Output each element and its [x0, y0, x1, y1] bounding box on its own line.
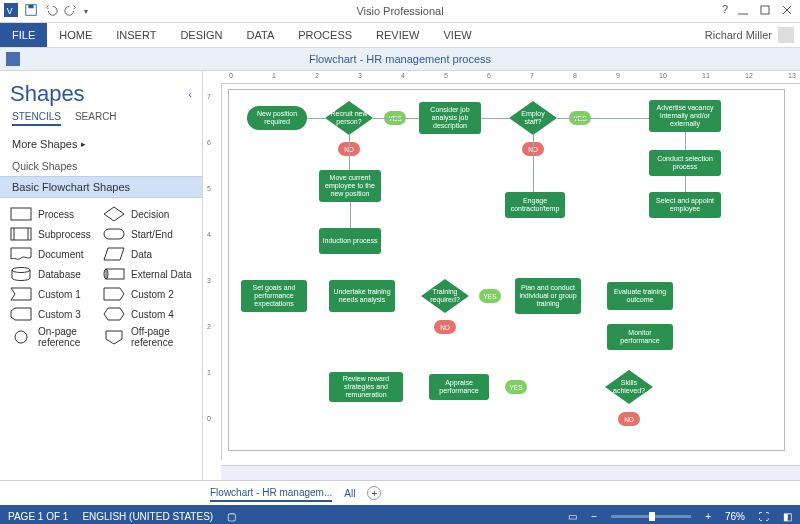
- shape-appraise[interactable]: Appraise performance: [429, 374, 489, 400]
- shape-consider[interactable]: Consider job analysis job description: [419, 102, 481, 134]
- shape-palette-item[interactable]: Custom 1: [10, 286, 99, 302]
- document-title: Flowchart - HR management process: [309, 53, 491, 65]
- status-bar: PAGE 1 OF 1 ENGLISH (UNITED STATES) ▢ ▭ …: [0, 505, 800, 524]
- shape-item-label: Custom 3: [38, 309, 81, 320]
- search-tab[interactable]: SEARCH: [75, 111, 117, 126]
- qat-dropdown-icon[interactable]: ▾: [84, 7, 88, 16]
- undo-icon[interactable]: [44, 3, 58, 19]
- shape-palette-item[interactable]: Off-page reference: [103, 326, 192, 348]
- shape-advertise[interactable]: Advertise vacancy internally and/or exte…: [649, 100, 721, 132]
- svg-marker-19: [104, 288, 124, 300]
- ribbon-tabs: FILE HOME INSERT DESIGN DATA PROCESS REV…: [0, 23, 800, 48]
- shape-plan-conduct[interactable]: Plan and conduct individual or group tra…: [515, 278, 581, 314]
- shape-move-current[interactable]: Move current employee to the new positio…: [319, 170, 381, 202]
- new-sheet-icon[interactable]: +: [367, 486, 381, 500]
- tab-view[interactable]: VIEW: [431, 23, 483, 47]
- svg-rect-13: [104, 229, 124, 239]
- shape-skills-decision[interactable]: Skills achieved?: [605, 370, 653, 404]
- ruler-horizontal: 012345678910111213: [221, 71, 800, 84]
- minimize-icon[interactable]: [736, 3, 750, 19]
- user-name[interactable]: Richard Miller: [705, 29, 772, 41]
- stencil-basic-flowchart[interactable]: Basic Flowchart Shapes: [0, 176, 202, 198]
- shape-palette-item[interactable]: External Data: [103, 266, 192, 282]
- help-icon[interactable]: ?: [722, 3, 728, 19]
- shape-palette-item[interactable]: Custom 2: [103, 286, 192, 302]
- shape-item-label: Start/End: [131, 229, 173, 240]
- more-shapes-button[interactable]: More Shapes ▸: [0, 132, 202, 156]
- shape-item-label: Data: [131, 249, 152, 260]
- shapes-pane-title: Shapes: [10, 81, 188, 107]
- shape-palette-item[interactable]: On-page reference: [10, 326, 99, 348]
- sheet-tab-current[interactable]: Flowchart - HR managem...: [210, 485, 332, 502]
- save-icon[interactable]: [24, 3, 38, 19]
- shape-palette-item[interactable]: Database: [10, 266, 99, 282]
- shape-select-appoint[interactable]: Select and appoint employee: [649, 192, 721, 218]
- shape-evaluate[interactable]: Evaluate training outcome: [607, 282, 673, 310]
- quick-shapes-item[interactable]: Quick Shapes: [0, 156, 202, 176]
- shape-palette-item[interactable]: Subprocess: [10, 226, 99, 242]
- shape-palette-item[interactable]: Decision: [103, 206, 192, 222]
- pill-skills-yes: YES: [505, 380, 527, 394]
- shape-conduct-selection[interactable]: Conduct selection process: [649, 150, 721, 176]
- doc-icon: [6, 52, 20, 66]
- redo-icon[interactable]: [64, 3, 78, 19]
- shape-monitor[interactable]: Monitor performance: [607, 324, 673, 350]
- tab-data[interactable]: DATA: [235, 23, 287, 47]
- presentation-mode-icon[interactable]: ▭: [568, 511, 577, 522]
- shape-undertake[interactable]: Undertake training needs analysis: [329, 280, 395, 312]
- tab-design[interactable]: DESIGN: [168, 23, 234, 47]
- tab-home[interactable]: HOME: [47, 23, 104, 47]
- status-language[interactable]: ENGLISH (UNITED STATES): [82, 511, 213, 522]
- stencils-tab[interactable]: STENCILS: [12, 111, 61, 126]
- shape-palette-item[interactable]: Custom 3: [10, 306, 99, 322]
- zoom-slider[interactable]: [611, 515, 691, 518]
- drawing-page[interactable]: New position required Recruit new person…: [228, 89, 785, 451]
- shape-review-reward[interactable]: Review reward strategies and remuneratio…: [329, 372, 403, 402]
- close-icon[interactable]: [780, 3, 794, 19]
- shape-recruit-label: Recruit new person?: [329, 110, 369, 126]
- shape-set-goals[interactable]: Set goals and performance expectations: [241, 280, 307, 312]
- tab-review[interactable]: REVIEW: [364, 23, 431, 47]
- shape-new-position[interactable]: New position required: [247, 106, 307, 130]
- shape-training-decision[interactable]: Training required?: [421, 279, 469, 313]
- shape-item-label: Document: [38, 249, 84, 260]
- user-avatar-icon[interactable]: [778, 27, 794, 43]
- shape-engage[interactable]: Engage contractor/temp: [505, 192, 565, 218]
- pill-training-no: NO: [434, 320, 456, 334]
- restore-icon[interactable]: [758, 3, 772, 19]
- file-tab[interactable]: FILE: [0, 23, 47, 47]
- shape-palette-item[interactable]: Process: [10, 206, 99, 222]
- zoom-in-icon[interactable]: +: [705, 511, 711, 522]
- svg-marker-21: [104, 308, 124, 320]
- shape-palette-item[interactable]: Data: [103, 246, 192, 262]
- svg-rect-16: [106, 269, 124, 279]
- shape-palette-item[interactable]: Custom 4: [103, 306, 192, 322]
- shape-employ-decision[interactable]: Employ staff?: [509, 101, 557, 135]
- horizontal-scrollbar[interactable]: [221, 465, 800, 480]
- shape-palette-item[interactable]: Document: [10, 246, 99, 262]
- collapse-shapes-icon[interactable]: ‹: [188, 88, 192, 100]
- shape-item-label: Subprocess: [38, 229, 91, 240]
- macro-record-icon[interactable]: ▢: [227, 511, 236, 522]
- drawing-canvas[interactable]: 012345678910111213 76543210 New position…: [203, 71, 800, 480]
- connector: [349, 135, 350, 170]
- pan-zoom-icon[interactable]: ◧: [783, 511, 792, 522]
- connector: [685, 176, 686, 192]
- zoom-out-icon[interactable]: −: [591, 511, 597, 522]
- connector: [481, 118, 509, 119]
- fit-page-icon[interactable]: ⛶: [759, 511, 769, 522]
- pill-training-yes: YES: [479, 289, 501, 303]
- tab-insert[interactable]: INSERT: [104, 23, 168, 47]
- quick-access-toolbar: V ▾: [0, 3, 88, 19]
- shape-recruit-decision[interactable]: Recruit new person?: [325, 101, 373, 135]
- zoom-value[interactable]: 76%: [725, 511, 745, 522]
- shape-induction[interactable]: Induction process: [319, 228, 381, 254]
- svg-point-15: [12, 268, 30, 273]
- shape-item-label: External Data: [131, 269, 192, 280]
- sheet-tab-all[interactable]: All: [344, 488, 355, 499]
- shape-item-label: Custom 1: [38, 289, 81, 300]
- shape-palette-item[interactable]: Start/End: [103, 226, 192, 242]
- tab-process[interactable]: PROCESS: [286, 23, 364, 47]
- svg-rect-8: [11, 208, 31, 220]
- shape-employ-label: Employ staff?: [513, 110, 553, 126]
